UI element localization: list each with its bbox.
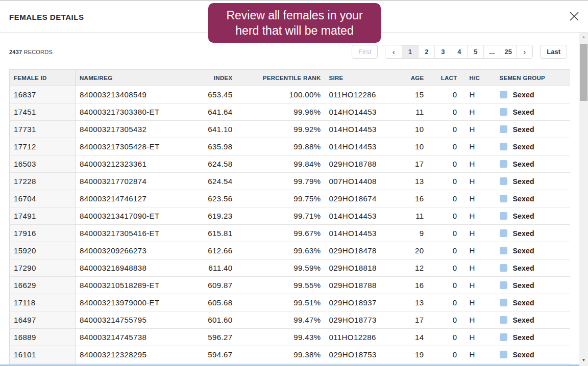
cell-age: 17 bbox=[407, 155, 428, 173]
pagination-page-1[interactable]: 1 bbox=[402, 45, 418, 58]
cell-hc: H bbox=[461, 311, 491, 329]
cell-semen-group: Sexed bbox=[491, 86, 571, 103]
records-number: 2437 bbox=[9, 49, 22, 55]
scrollbar-thumb[interactable] bbox=[580, 44, 587, 101]
cell-female-id: 17451 bbox=[10, 103, 76, 121]
semen-group-label: Sexed bbox=[513, 177, 534, 186]
cell-hc: H bbox=[461, 294, 491, 311]
cell-hc: H bbox=[461, 346, 491, 363]
semen-color-swatch-icon bbox=[500, 264, 507, 272]
semen-color-swatch-icon bbox=[500, 195, 507, 202]
cell-hc: H bbox=[461, 86, 491, 103]
cell-index: 611.40 bbox=[203, 259, 237, 277]
semen-group-label: Sexed bbox=[513, 299, 534, 307]
cell-age: 16 bbox=[407, 190, 428, 207]
cell-semen-group: Sexed bbox=[491, 259, 571, 277]
table-row: 17118 840003213979000-ET 605.68 99.51% 0… bbox=[10, 294, 571, 311]
cell-sire: 011HO12286 bbox=[325, 86, 407, 103]
scrollbar-down-icon[interactable]: ▼ bbox=[579, 356, 588, 364]
cell-name-reg: 840003217305428-ET bbox=[76, 138, 203, 155]
cell-name-reg: 840003217702874 bbox=[76, 173, 203, 190]
cell-hc: H bbox=[461, 103, 491, 121]
cell-age: 16 bbox=[407, 277, 428, 294]
females-details-modal: FEMALES DETAILS Review all females in yo… bbox=[0, 0, 588, 366]
cell-hc: H bbox=[461, 242, 491, 259]
pagination-page-4[interactable]: 4 bbox=[451, 45, 467, 58]
cell-female-id: 16503 bbox=[10, 155, 76, 173]
cell-female-id: 16629 bbox=[10, 277, 76, 294]
close-button[interactable] bbox=[567, 9, 582, 24]
cell-index: 619.23 bbox=[203, 207, 237, 225]
cell-hc: H bbox=[461, 190, 491, 207]
cell-percentile-rank: 99.55% bbox=[237, 277, 325, 294]
table-row: 17712 840003217305428-ET 635.98 99.88% 0… bbox=[10, 138, 571, 155]
cell-name-reg: 840003214755795 bbox=[76, 311, 203, 329]
cell-percentile-rank: 99.75% bbox=[237, 190, 325, 207]
pagination-page-5[interactable]: 5 bbox=[467, 45, 483, 58]
cell-semen-group: Sexed bbox=[491, 173, 571, 190]
cell-hc: H bbox=[461, 277, 491, 294]
cell-index: 605.68 bbox=[203, 294, 237, 311]
cell-name-reg: 840003212323361 bbox=[76, 155, 203, 173]
cell-sire: 014HO14453 bbox=[325, 207, 407, 225]
pagination-page-3[interactable]: 3 bbox=[434, 45, 451, 58]
pagination-prev-icon[interactable]: ‹ bbox=[385, 45, 402, 58]
pagination-page-2[interactable]: 2 bbox=[418, 45, 434, 58]
cell-percentile-rank: 99.71% bbox=[237, 207, 325, 225]
cell-female-id: 16704 bbox=[10, 190, 76, 207]
semen-group-label: Sexed bbox=[513, 108, 534, 116]
pagination-page-...[interactable]: ... bbox=[483, 45, 500, 58]
cell-semen-group: Sexed bbox=[491, 207, 571, 225]
cell-hc: H bbox=[461, 225, 491, 242]
records-label: RECORDS bbox=[22, 49, 53, 55]
scrollbar-up-icon[interactable]: ▲ bbox=[579, 33, 588, 41]
cell-hc: H bbox=[461, 155, 491, 173]
cell-percentile-rank: 100.00% bbox=[237, 86, 325, 103]
column-header-percentile_rank: PERCENTILE RANK bbox=[237, 70, 325, 86]
cell-age: 10 bbox=[407, 121, 428, 138]
tooltip-text: Review all females in your herd that wil… bbox=[215, 8, 374, 39]
pagination-last-button[interactable]: Last bbox=[540, 45, 567, 59]
females-table: FEMALE IDNAME/REGINDEXPERCENTILE RANKSIR… bbox=[9, 69, 570, 365]
column-header-age: AGE bbox=[407, 70, 428, 86]
semen-color-swatch-icon bbox=[500, 125, 507, 133]
cell-semen-group: Sexed bbox=[491, 225, 571, 242]
cell-age: 11 bbox=[407, 207, 428, 225]
cell-index: 635.98 bbox=[203, 138, 237, 155]
semen-color-swatch-icon bbox=[500, 281, 507, 289]
cell-female-id: 16497 bbox=[10, 311, 76, 329]
pagination-page-group: ‹ 12345...25 › bbox=[385, 45, 533, 59]
table-row: 17491 840003213417090-ET 619.23 99.71% 0… bbox=[10, 207, 571, 225]
column-header-semen_group: SEMEN GROUP bbox=[491, 70, 571, 86]
semen-color-swatch-icon bbox=[500, 229, 507, 237]
table-row: 17916 840003217305416-ET 615.81 99.67% 0… bbox=[10, 225, 571, 242]
cell-hc: H bbox=[461, 173, 491, 190]
cell-semen-group: Sexed bbox=[491, 190, 571, 207]
cell-name-reg: 840003214746127 bbox=[76, 190, 203, 207]
cell-lact: 0 bbox=[428, 173, 461, 190]
semen-color-swatch-icon bbox=[500, 333, 507, 341]
semen-group-label: Sexed bbox=[513, 229, 534, 238]
cell-index: 601.60 bbox=[203, 311, 237, 329]
cell-name-reg: 840003213417090-ET bbox=[76, 207, 203, 225]
cell-percentile-rank: 99.88% bbox=[237, 138, 325, 155]
pagination-first-button[interactable]: First bbox=[352, 45, 378, 59]
cell-female-id: 17290 bbox=[10, 259, 76, 277]
column-header-lact: LACT bbox=[428, 70, 461, 86]
semen-color-swatch-icon bbox=[500, 212, 507, 220]
cell-percentile-rank: 99.59% bbox=[237, 259, 325, 277]
cell-lact: 0 bbox=[428, 121, 461, 138]
table-row: 16889 840003214745738 596.27 99.43% 011H… bbox=[10, 329, 571, 346]
cell-percentile-rank: 99.96% bbox=[237, 103, 325, 121]
pagination-next-icon[interactable]: › bbox=[516, 45, 532, 58]
cell-index: 596.27 bbox=[203, 329, 237, 346]
cell-percentile-rank: 99.79% bbox=[237, 173, 325, 190]
semen-group-label: Sexed bbox=[513, 281, 534, 290]
semen-group-label: Sexed bbox=[513, 264, 534, 272]
cell-age: 13 bbox=[407, 173, 428, 190]
cell-percentile-rank: 99.67% bbox=[237, 225, 325, 242]
cell-lact: 0 bbox=[428, 155, 461, 173]
cell-lact: 0 bbox=[428, 190, 461, 207]
pagination-page-25[interactable]: 25 bbox=[500, 45, 516, 58]
vertical-scrollbar[interactable]: ▲ ▼ bbox=[579, 33, 588, 366]
